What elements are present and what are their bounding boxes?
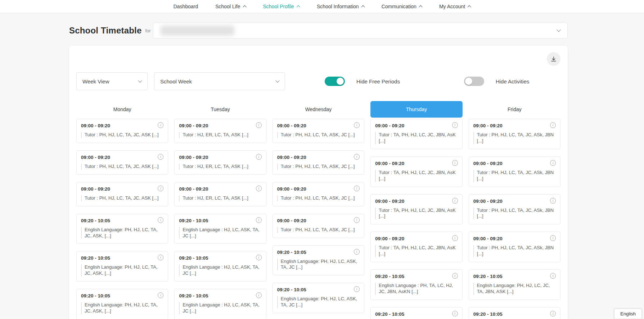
timetable-cell[interactable]: 09:00 - 09:20iTutor : PH, HJ, LC, TA, AS… [273,150,364,175]
info-icon[interactable]: i [452,122,458,128]
info-icon[interactable]: i [354,217,360,223]
nav-item-communication[interactable]: Communication [382,4,422,9]
cell-top-row: 09:00 - 09:20i [179,123,261,128]
info-icon[interactable]: i [256,154,262,160]
day-column-wednesday: Wednesday09:00 - 09:20iTutor : PH, HJ, L… [273,101,364,319]
nav-item-my-account[interactable]: My Account [439,4,470,9]
cell-top-row: 09:00 - 09:20i [473,161,556,166]
chevron-down-icon [275,78,279,82]
cell-time: 09:20 - 10:05 [81,255,110,261]
info-icon[interactable]: i [550,122,556,128]
cell-time: 09:00 - 09:20 [81,155,110,160]
info-icon[interactable]: i [354,154,360,160]
timetable-cell[interactable]: 09:00 - 09:20iTutor : HJ, ER, LC, TA, AS… [174,119,266,143]
info-icon[interactable]: i [452,160,458,166]
info-icon[interactable]: i [550,198,556,204]
timetable-target-select[interactable] [153,23,568,38]
cell-description: English Language: PH, HJ, LC, JC, TA, JB… [473,283,556,295]
info-icon[interactable]: i [158,186,163,191]
timetable-cell[interactable]: 09:00 - 09:20iTutor : PH, HJ, LC, TA, JC… [76,150,168,175]
timetable-cell[interactable]: 09:20 - 10:05iEnglish Language: PH, HJ, … [273,283,364,313]
timetable-cell[interactable]: 09:20 - 10:05iEnglish Language: PH, HJ, … [76,214,168,244]
chevron-up-icon [419,5,422,9]
timetable-cell[interactable]: 09:00 - 09:20iTutor : TA, PH, HJ, LC, JC… [370,156,462,187]
page-title: School Timetable [69,26,141,36]
timetable-cell[interactable]: 09:00 - 09:20iTutor : PH, HJ, LC, TA, JC… [469,194,560,225]
timetable-cell[interactable]: 09:20 - 10:05iEnglish Language: PH, HJ, … [469,307,560,319]
info-icon[interactable]: i [158,122,163,128]
info-icon[interactable]: i [354,249,360,255]
info-icon[interactable]: i [550,273,556,279]
timetable-cell[interactable]: 09:00 - 09:20iTutor : HJ, ER, LC, TA, AS… [174,150,266,175]
timetable-cell[interactable]: 09:20 - 10:05iEnglish Language : HJ, LC,… [174,289,266,319]
info-icon[interactable]: i [256,217,262,223]
timetable-cell[interactable]: 09:00 - 09:20iTutor : PH, HJ, LC, TA, AS… [273,182,364,206]
timetable-cell[interactable]: 09:20 - 10:05iEnglish Language : HJ, LC,… [174,214,266,244]
hide-free-periods-toggle[interactable] [325,77,345,86]
cell-description: Tutor : PH, HJ, LC, TA, ASK, JC [...] [277,132,360,138]
cell-description: Tutor : PH, HJ, LC, TA, JC, ASk, JBN [..… [473,245,556,257]
info-icon[interactable]: i [354,122,360,128]
day-cells: 09:00 - 09:20iTutor : PH, HJ, LC, TA, JC… [76,119,168,319]
download-button[interactable] [547,52,560,66]
info-icon[interactable]: i [452,198,458,204]
hide-free-periods-group: Hide Free Periods [325,77,400,86]
nav-item-school-life[interactable]: School Life [215,4,246,9]
info-icon[interactable]: i [256,292,262,298]
cell-time: 09:20 - 10:05 [473,274,503,279]
info-icon[interactable]: i [158,292,163,298]
timetable-cell[interactable]: 09:20 - 10:05iEnglish Language : PH, TA,… [370,269,462,300]
hide-activities-toggle[interactable] [464,77,484,86]
timetable-cell[interactable]: 09:20 - 10:05iEnglish Language: PH, HJ, … [76,289,168,319]
info-icon[interactable]: i [354,186,360,191]
timetable-cell[interactable]: 09:00 - 09:20iTutor : PH, HJ, LC, TA, JC… [469,156,560,187]
info-icon[interactable]: i [550,311,556,316]
day-header-monday: Monday [76,101,168,118]
timetable-cell[interactable]: 09:00 - 09:20iTutor : PH, HJ, LC, TA, JC… [76,119,168,143]
cell-time: 09:20 - 10:05 [277,287,306,292]
info-icon[interactable]: i [452,311,458,316]
cell-time: 09:00 - 09:20 [375,236,404,241]
timetable-cell[interactable]: 09:00 - 09:20iTutor : PH, HJ, LC, TA, JC… [76,182,168,206]
hide-free-periods-label: Hide Free Periods [356,78,400,85]
info-icon[interactable]: i [452,235,458,241]
timetable-cell[interactable]: 09:20 - 10:05iEnglish Language: PH, HJ, … [76,251,168,282]
cell-top-row: 09:00 - 09:20i [375,199,458,204]
timetable-cell[interactable]: 09:00 - 09:20iTutor : PH, HJ, LC, TA, AS… [273,119,364,143]
day-column-friday: Friday09:00 - 09:20iTutor : PH, HJ, LC, … [469,101,560,319]
nav-item-dashboard[interactable]: Dashboard [174,4,198,9]
timetable-cell[interactable]: 09:00 - 09:20iTutor : TA, PH, HJ, LC, JC… [370,232,462,262]
cell-description: Tutor : PH, HJ, LC, TA, ASK, JC [...] [277,227,360,233]
nav-item-school-information[interactable]: School Information [317,4,364,9]
info-icon[interactable]: i [256,186,262,191]
info-icon[interactable]: i [452,273,458,279]
timetable-cell[interactable]: 09:00 - 09:20iTutor : TA, PH, HJ, LC, JC… [370,194,462,225]
cell-time: 09:00 - 09:20 [179,155,208,160]
info-icon[interactable]: i [158,255,163,260]
timetable-cell[interactable]: 09:00 - 09:20iTutor : PH, HJ, LC, TA, JC… [469,232,560,262]
timetable-cell[interactable]: 09:20 - 10:05iEnglish Language : PH, TA,… [370,307,462,319]
day-column-tuesday: Tuesday09:00 - 09:20iTutor : HJ, ER, LC,… [174,101,266,319]
timetable-cell[interactable]: 09:00 - 09:20iTutor : PH, HJ, LC, TA, AS… [273,214,364,238]
view-mode-select[interactable]: Week View [76,72,148,90]
timetable-cell[interactable]: 09:00 - 09:20iTutor : PH, HJ, LC, TA, JC… [469,119,560,149]
nav-item-school-profile[interactable]: School Profile [263,4,300,9]
timetable-cell[interactable]: 09:20 - 10:05iEnglish Language : HJ, LC,… [174,251,266,282]
info-icon[interactable]: i [158,154,163,160]
timetable-grid: Monday09:00 - 09:20iTutor : PH, HJ, LC, … [76,101,560,319]
info-icon[interactable]: i [550,160,556,166]
info-icon[interactable]: i [158,217,163,223]
timetable-cell[interactable]: 09:00 - 09:20iTutor : HJ, ER, LC, TA, AS… [174,182,266,206]
timetable-cell[interactable]: 09:20 - 10:05iEnglish Language: PH, HJ, … [273,245,364,276]
selected-value-redacted [161,26,234,36]
timetable-cell[interactable]: 09:00 - 09:20iTutor : TA, PH, HJ, LC, JC… [370,119,462,149]
timetable-cell[interactable]: 09:20 - 10:05iEnglish Language: PH, HJ, … [469,269,560,300]
day-cells: 09:00 - 09:20iTutor : HJ, ER, LC, TA, AS… [174,119,266,319]
info-icon[interactable]: i [354,286,360,292]
week-type-select[interactable]: School Week [154,72,285,90]
info-icon[interactable]: i [550,235,556,241]
info-icon[interactable]: i [256,255,262,260]
info-icon[interactable]: i [256,122,262,128]
nav-item-label: School Profile [263,4,294,9]
language-selector[interactable]: English [614,309,642,319]
